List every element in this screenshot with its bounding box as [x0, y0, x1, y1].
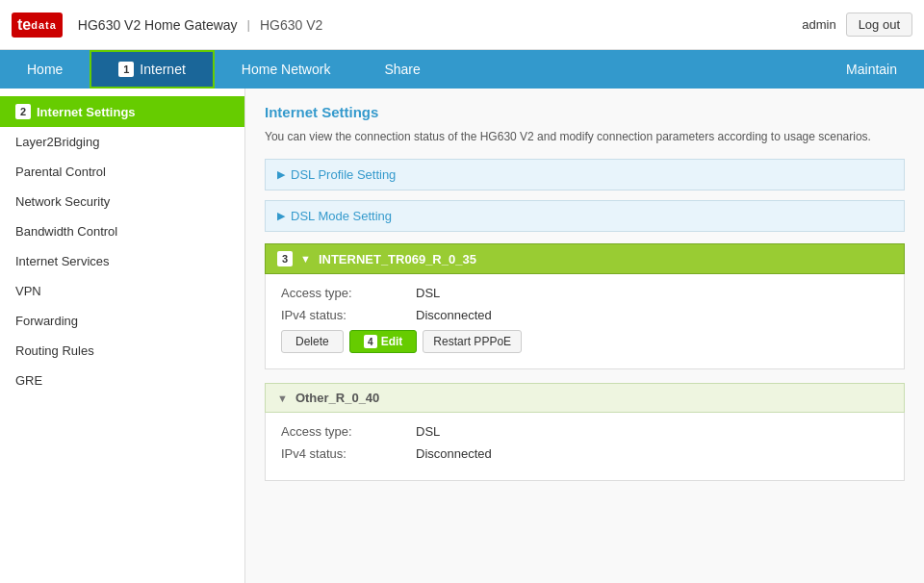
nav-home-network-label: Home Network: [242, 62, 331, 77]
conn-2-header[interactable]: ▼ Other_R_0_40: [265, 383, 905, 413]
conn-1-access-type-value: DSL: [416, 286, 440, 300]
conn-2-arrow: ▼: [277, 393, 288, 404]
sidebar-vpn-label: VPN: [15, 284, 41, 298]
logo: te data: [12, 13, 63, 38]
header-right: admin Log out: [802, 13, 912, 37]
logo-box: te data: [12, 13, 63, 38]
main-layout: 2 Internet Settings Layer2Bridging Paren…: [0, 89, 924, 583]
conn-1-body: Access type: DSL IPv4 status: Disconnect…: [265, 274, 905, 369]
sidebar-bandwidth-control-label: Bandwidth Control: [15, 224, 117, 239]
sidebar-item-layer2bridging[interactable]: Layer2Bridging: [0, 127, 244, 157]
sidebar-gre-label: GRE: [15, 373, 42, 388]
conn-2-access-type-row: Access type: DSL: [281, 424, 888, 439]
dsl-mode-arrow: ▶: [277, 210, 285, 222]
nav-home[interactable]: Home: [0, 50, 90, 89]
sidebar-network-security-label: Network Security: [15, 194, 110, 209]
sidebar-item-routing-rules[interactable]: Routing Rules: [0, 336, 244, 366]
conn-1-ipv4-value: Disconnected: [416, 308, 492, 322]
conn-2-access-type-label: Access type:: [281, 424, 416, 439]
conn-1-arrow: ▼: [300, 253, 311, 265]
sidebar-item-internet-settings[interactable]: 2 Internet Settings: [0, 96, 244, 127]
logo-te: te: [17, 16, 31, 34]
conn-2-body: Access type: DSL IPv4 status: Disconnect…: [265, 413, 905, 481]
nav-maintain[interactable]: Maintain: [819, 50, 924, 89]
conn-1-access-type-row: Access type: DSL: [281, 286, 888, 300]
sidebar-layer2bridging-label: Layer2Bridging: [15, 135, 99, 149]
conn-1-actions: Delete 4 Edit Restart PPPoE: [281, 330, 888, 353]
admin-label: admin: [802, 17, 835, 32]
conn-1-header[interactable]: 3 ▼ INTERNET_TR069_R_0_35: [265, 243, 905, 274]
nav-internet[interactable]: 1 Internet: [90, 50, 214, 89]
sidebar-item-network-security[interactable]: Network Security: [0, 187, 244, 216]
connection-2: ▼ Other_R_0_40 Access type: DSL IPv4 sta…: [265, 383, 905, 481]
content-description: You can view the connection status of th…: [265, 128, 905, 145]
sidebar-item-bandwidth-control[interactable]: Bandwidth Control: [0, 216, 244, 246]
sidebar-internet-settings-label: Internet Settings: [37, 105, 136, 119]
conn-1-ipv4-label: IPv4 status:: [281, 308, 416, 322]
dsl-profile-label: DSL Profile Setting: [291, 167, 396, 182]
delete-button[interactable]: Delete: [281, 330, 344, 353]
nav-maintain-label: Maintain: [846, 62, 897, 77]
dsl-mode-section[interactable]: ▶ DSL Mode Setting: [265, 200, 905, 232]
header-title: HG630 V2 Home Gateway: [78, 17, 238, 33]
nav-home-network[interactable]: Home Network: [215, 50, 358, 89]
conn-2-ipv4-label: IPv4 status:: [281, 446, 416, 461]
sidebar-forwarding-label: Forwarding: [15, 314, 78, 328]
conn-2-ipv4-row: IPv4 status: Disconnected: [281, 446, 888, 461]
nav-home-label: Home: [27, 62, 63, 77]
main-content: Internet Settings You can view the conne…: [245, 89, 924, 583]
logo-data: data: [31, 19, 57, 31]
sidebar-item-gre[interactable]: GRE: [0, 366, 244, 395]
edit-label: Edit: [381, 335, 403, 348]
sidebar-internet-services-label: Internet Services: [15, 254, 110, 268]
conn-1-badge: 3: [277, 251, 293, 266]
conn-2-access-type-value: DSL: [416, 424, 440, 439]
header: te data HG630 V2 Home Gateway | HG630 V2…: [0, 0, 924, 50]
connection-1: 3 ▼ INTERNET_TR069_R_0_35 Access type: D…: [265, 243, 905, 369]
header-divider: |: [247, 17, 250, 32]
conn-2-name: Other_R_0_40: [295, 391, 379, 405]
dsl-profile-section[interactable]: ▶ DSL Profile Setting: [265, 159, 905, 190]
conn-1-ipv4-row: IPv4 status: Disconnected: [281, 308, 888, 322]
edit-badge: 4: [364, 335, 377, 348]
dsl-mode-label: DSL Mode Setting: [291, 209, 392, 223]
conn-1-access-type-label: Access type:: [281, 286, 416, 300]
nav-internet-badge: 1: [118, 62, 134, 77]
nav-share[interactable]: Share: [357, 50, 447, 89]
restart-pppoe-button[interactable]: Restart PPPoE: [423, 330, 522, 353]
edit-button[interactable]: 4 Edit: [349, 330, 418, 353]
sidebar-routing-rules-label: Routing Rules: [15, 343, 94, 358]
dsl-profile-arrow: ▶: [277, 168, 285, 181]
sidebar-item-vpn[interactable]: VPN: [0, 276, 244, 306]
conn-2-ipv4-value: Disconnected: [416, 446, 492, 461]
nav-spacer: [448, 50, 819, 89]
main-nav: Home 1 Internet Home Network Share Maint…: [0, 50, 924, 89]
header-subtitle: HG630 V2: [260, 17, 322, 33]
content-title: Internet Settings: [265, 104, 905, 120]
sidebar: 2 Internet Settings Layer2Bridging Paren…: [0, 89, 245, 583]
conn-1-name: INTERNET_TR069_R_0_35: [319, 252, 476, 266]
sidebar-item-internet-services[interactable]: Internet Services: [0, 246, 244, 276]
logout-button[interactable]: Log out: [846, 13, 912, 37]
sidebar-internet-settings-badge: 2: [15, 104, 31, 119]
sidebar-item-forwarding[interactable]: Forwarding: [0, 306, 244, 336]
nav-share-label: Share: [384, 62, 420, 77]
nav-internet-label: Internet: [140, 62, 185, 77]
sidebar-parental-control-label: Parental Control: [15, 165, 106, 179]
sidebar-item-parental-control[interactable]: Parental Control: [0, 157, 244, 187]
